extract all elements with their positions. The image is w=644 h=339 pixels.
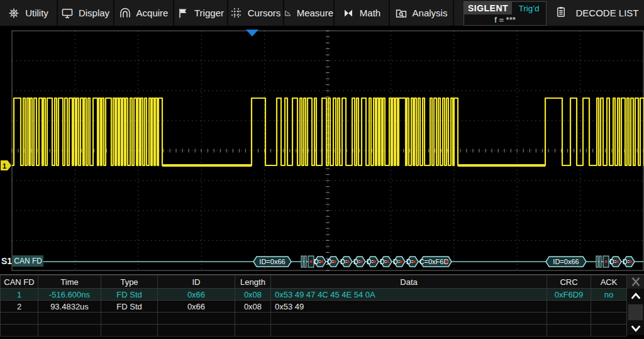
decode-table: CAN FDTimeTypeIDLengthDataCRCACK 1-516.6… [0,275,627,336]
channel1-badge-label: 1 [3,162,6,170]
decode-bubble-label: C=0xF6D [419,258,449,265]
truncation-dot [310,260,313,263]
menu-item-math[interactable]: Math [335,0,390,26]
truncation-dot [321,260,323,263]
table-cell [547,325,591,336]
table-row[interactable]: 293.4832usFD Std0x660x080x53 49 [1,301,627,313]
menu-item-label: Analysis [413,8,448,18]
scroll-up-button[interactable] [627,289,644,304]
table-cell: 0xF6D9 [547,289,591,301]
waveform-display: 1ID=0x66D=D=D=D=D=D=D=D=C=0xF6DID=0x66D=… [0,28,644,272]
measure-icon [284,8,291,19]
frequency-readout: f = *** [464,14,546,25]
table-cell [101,325,158,336]
table-cell: 93.4832us [38,301,101,313]
menu-item-display[interactable]: Display [58,0,114,26]
trigger-flag-icon [177,8,189,19]
table-cell: 0x08 [235,301,271,313]
decode-list-icon [555,6,567,19]
table-cell: 0x66 [158,289,235,301]
table-cell: FD Std [101,289,158,301]
scroll-down-button[interactable] [627,321,644,335]
decode-bubble-label: ID=0x66 [259,258,285,265]
menu-item-label: Math [360,8,380,18]
table-cell [235,325,271,336]
truncation-dot [605,260,608,263]
table-cell: 0x53 49 47 4C 45 4E 54 0A [271,289,547,301]
menu-item-analysis[interactable]: Analysis [390,0,454,26]
menu-item-cursors[interactable]: Cursors [228,0,284,26]
decode-bubble-label: ID=0x66 [553,258,579,265]
table-cell [1,313,38,325]
close-button[interactable] [627,275,644,289]
menu-item-trigger[interactable]: Trigger [174,0,228,26]
table-cell [271,325,547,336]
table-cell: 0x66 [158,301,235,313]
table-controls [627,275,644,335]
truncation-dot [630,260,632,263]
table-cell [158,325,235,336]
truncation-dot [360,260,363,263]
brand-logo: SIGLENT [464,2,512,14]
decode-list-icon [555,6,567,18]
display-icon [62,8,73,19]
menu-items: UtilityDisplayAcquireTriggerCursorsMeasu… [0,0,454,26]
column-header-length: Length [235,275,271,289]
column-header-id: ID [158,275,235,289]
decode-bus-row: S1 CAN FD [0,255,43,267]
menu-item-label: Cursors [248,8,281,18]
truncation-dot [387,260,389,263]
truncation-dot [374,260,376,263]
menu-item-label: Utility [25,8,48,18]
column-header-time: Time [38,275,101,289]
analysis-icon [396,8,407,19]
column-header-ack: ACK [591,275,627,289]
cursors-icon [231,8,242,19]
decode-short-bit [301,256,303,267]
column-header-can-fd: CAN FD [1,275,38,289]
menu-bar: UtilityDisplayAcquireTriggerCursorsMeasu… [0,0,644,27]
bus-type-button[interactable]: CAN FD [13,255,43,267]
scope-canvas: 1ID=0x66D=D=D=D=D=D=D=D=C=0xF6DID=0x66D=… [0,28,644,272]
bus-label: S1 [0,256,12,266]
scrollbar-thumb[interactable] [628,304,643,321]
table-cell [591,301,627,313]
trigger-position-marker[interactable] [246,30,258,36]
table-cell: 2 [1,301,38,313]
decode-list-button[interactable]: DECODE LIST [550,0,644,26]
table-cell [547,313,591,325]
table-cell: 0x08 [235,289,271,301]
gear-icon [8,8,19,19]
table-cell [38,313,101,325]
table-cell [1,325,38,336]
table-row[interactable]: 1-516.600nsFD Std0x660x080x53 49 47 4C 4… [1,289,627,301]
decode-short-bit [599,256,601,267]
table-cell [547,301,591,313]
table-cell [235,313,271,325]
acquire-icon [119,8,131,19]
truncation-dot [400,260,402,263]
menu-item-label: Trigger [194,8,224,18]
column-header-crc: CRC [547,275,591,289]
table-cell: FD Std [101,301,158,313]
table-cell [38,325,101,336]
status-panel: SIGLENT Trig'd f = *** [464,1,547,26]
truncation-dot [413,260,416,263]
table-row[interactable] [1,313,627,325]
truncation-dot [447,260,449,263]
table-row[interactable] [1,325,627,336]
close-icon [630,276,642,287]
table-cell: 0x53 49 [271,301,547,313]
menu-item-utility[interactable]: Utility [0,0,58,26]
table-header-row: CAN FDTimeTypeIDLengthDataCRCACK [1,275,627,289]
table-cell [158,313,235,325]
trigger-status-badge: Trig'd [512,2,546,14]
table-cell: no [591,289,627,301]
table-cell [591,313,627,325]
menu-item-measure[interactable]: Measure [284,0,335,26]
chevron-down-icon [630,323,642,334]
truncation-dot [334,260,336,263]
menu-item-label: Acquire [136,8,169,18]
menu-item-acquire[interactable]: Acquire [114,0,174,26]
truncation-dot [616,260,619,263]
